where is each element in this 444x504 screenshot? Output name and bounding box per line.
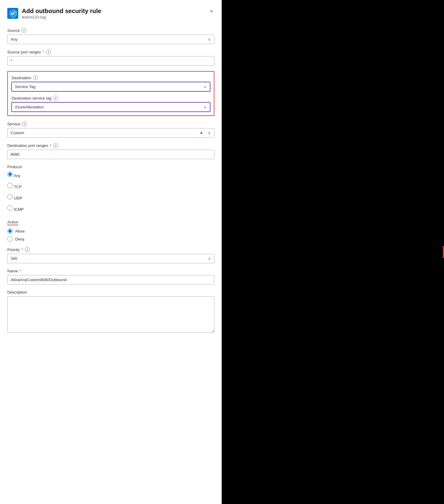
protocol-udp-label: UDP <box>14 196 22 200</box>
destination-service-tag-label: Destination service tag i <box>12 96 210 100</box>
action-deny-radio[interactable] <box>7 236 13 242</box>
action-allow-radio[interactable] <box>7 228 13 234</box>
name-section: Name * <box>7 269 214 284</box>
dest-port-input[interactable] <box>7 150 214 159</box>
protocol-udp-radio[interactable] <box>7 194 13 199</box>
source-port-input[interactable] <box>7 56 214 66</box>
priority-label: Priority * i <box>7 247 214 252</box>
panel-subtitle: testvm123-nsg <box>22 15 101 19</box>
protocol-udp-item[interactable]: UDP <box>7 194 214 200</box>
dest-port-section: Destination port ranges * i <box>7 143 214 159</box>
destination-label: Destination i <box>12 75 210 80</box>
scrollbar-indicator[interactable] <box>443 246 444 258</box>
action-allow-item[interactable]: Allow <box>7 228 214 234</box>
action-section: Action Allow Deny <box>7 220 214 242</box>
protocol-radio-group: Any TCP UDP ICMP <box>7 172 214 214</box>
action-deny-label: Deny <box>15 237 24 241</box>
protocol-tcp-item[interactable]: TCP <box>7 183 214 189</box>
source-section: Source i Any IP Addresses Service Tag Ap… <box>7 28 214 44</box>
protocol-any-label: Any <box>14 173 20 178</box>
destination-service-tag-select[interactable]: AzureAttestation AzureActiveDirectory Az… <box>12 102 210 112</box>
protocol-label: Protocol <box>7 165 214 169</box>
protocol-icmp-item[interactable]: ICMP <box>7 205 214 212</box>
title-group: Add outbound security rule testvm123-nsg <box>7 7 101 19</box>
destination-select-wrapper: Any IP Addresses Service Tag Application… <box>12 82 210 91</box>
dest-port-label: Destination port ranges * i <box>7 143 214 148</box>
name-input[interactable] <box>7 275 214 284</box>
destination-section: Destination i Any IP Addresses Service T… <box>12 75 210 91</box>
source-port-info-icon[interactable]: i <box>46 49 51 54</box>
service-label: Service i <box>7 121 214 126</box>
destination-highlighted-box: Destination i Any IP Addresses Service T… <box>7 71 214 116</box>
protocol-section: Protocol Any TCP UDP ICMP <box>7 165 214 214</box>
azure-shield-icon <box>7 8 18 19</box>
protocol-any-item[interactable]: Any <box>7 172 214 178</box>
action-deny-item[interactable]: Deny <box>7 236 214 242</box>
service-select[interactable]: Custom HTTP HTTPS SSH RDP <box>7 128 214 138</box>
name-required: * <box>20 269 21 273</box>
name-label: Name * <box>7 269 214 273</box>
source-port-section: Source port ranges * i <box>7 49 214 66</box>
protocol-icmp-radio[interactable] <box>7 205 13 211</box>
destination-service-tag-select-wrapper: AzureAttestation AzureActiveDirectory Az… <box>12 102 210 112</box>
source-select[interactable]: Any IP Addresses Service Tag Application… <box>7 35 214 44</box>
panel-header: Add outbound security rule testvm123-nsg… <box>7 7 214 19</box>
priority-section: Priority * i ✓ <box>7 247 214 263</box>
priority-input[interactable] <box>7 254 214 263</box>
close-button[interactable]: × <box>209 7 214 15</box>
protocol-any-radio[interactable] <box>7 172 13 177</box>
priority-info-icon[interactable]: i <box>25 247 30 252</box>
action-allow-label: Allow <box>15 229 25 233</box>
priority-required: * <box>21 247 23 252</box>
destination-service-tag-info-icon[interactable]: i <box>53 96 58 100</box>
source-select-wrapper: Any IP Addresses Service Tag Application… <box>7 35 214 44</box>
source-label: Source i <box>7 28 214 33</box>
protocol-tcp-radio[interactable] <box>7 183 13 188</box>
panel-title-text: Add outbound security rule testvm123-nsg <box>22 7 101 19</box>
source-port-label: Source port ranges * i <box>7 49 214 54</box>
service-info-icon[interactable]: i <box>22 121 27 126</box>
panel-title: Add outbound security rule <box>22 7 101 15</box>
protocol-tcp-label: TCP <box>14 185 22 189</box>
description-section: Description <box>7 290 214 334</box>
description-label: Description <box>7 290 214 295</box>
add-security-rule-panel: Add outbound security rule testvm123-nsg… <box>0 0 222 504</box>
action-radio-group: Allow Deny <box>7 228 214 242</box>
destination-select[interactable]: Any IP Addresses Service Tag Application… <box>12 82 210 91</box>
source-port-required: * <box>43 50 44 54</box>
priority-check-icon: ✓ <box>208 256 211 261</box>
service-section: Service i Custom HTTP HTTPS SSH RDP <box>7 121 214 138</box>
source-info-icon[interactable]: i <box>22 28 26 33</box>
dest-port-required: * <box>50 143 51 148</box>
description-textarea[interactable] <box>7 296 214 333</box>
service-select-wrapper: Custom HTTP HTTPS SSH RDP <box>7 128 214 138</box>
black-background-panel <box>222 0 444 504</box>
protocol-icmp-label: ICMP <box>14 207 24 212</box>
priority-input-wrapper: ✓ <box>7 254 214 263</box>
destination-service-tag-section: Destination service tag i AzureAttestati… <box>12 96 210 112</box>
destination-info-icon[interactable]: i <box>33 75 38 80</box>
dest-port-info-icon[interactable]: i <box>53 143 58 148</box>
action-label: Action <box>7 220 18 225</box>
